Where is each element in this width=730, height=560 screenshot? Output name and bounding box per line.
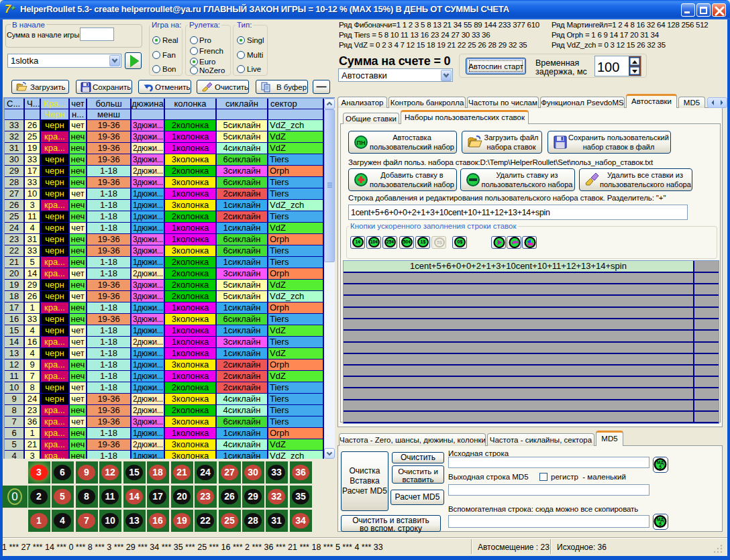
svg-text:5: 5 — [659, 522, 662, 526]
svg-text:ПН: ПН — [357, 139, 366, 146]
svg-text:5: 5 — [659, 465, 662, 469]
